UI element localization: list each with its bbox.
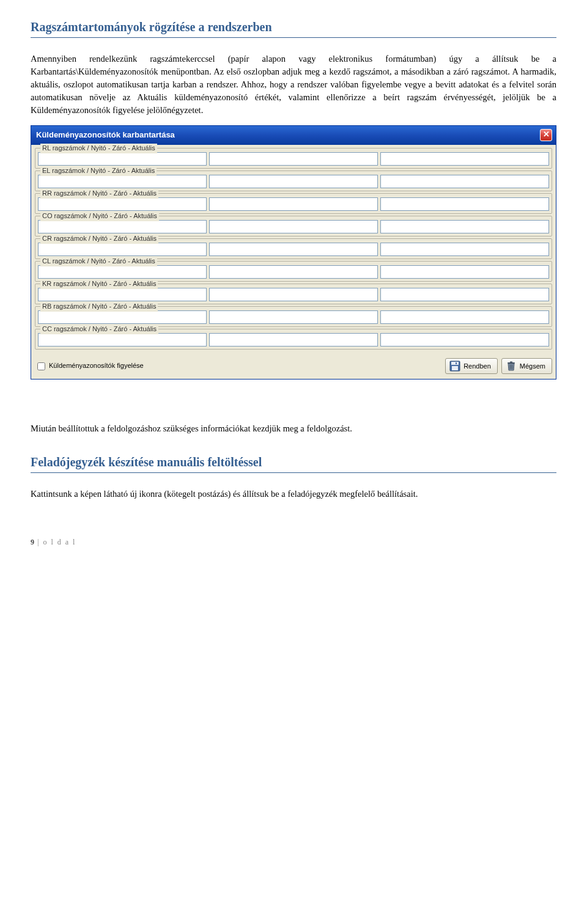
group-el: EL ragszámok / Nyitó - Záró - Aktuális xyxy=(35,170,552,191)
close-button[interactable]: ✕ xyxy=(540,129,552,141)
ok-button[interactable]: Rendben xyxy=(445,358,498,374)
group-cr: CR ragszámok / Nyitó - Záró - Aktuális xyxy=(35,238,552,259)
cancel-button-label: Mégsem xyxy=(520,362,545,370)
group-rr: RR ragszámok / Nyitó - Záró - Aktuális xyxy=(35,193,552,214)
group-rb: RB ragszámok / Nyitó - Záró - Aktuális xyxy=(35,306,552,327)
watch-ids-label: Küldeményazonosítók figyelése xyxy=(49,361,144,371)
group-label: KR ragszámok / Nyitó - Záró - Aktuális xyxy=(40,279,158,289)
cr-current-input[interactable] xyxy=(380,243,549,256)
group-cc: CC ragszámok / Nyitó - Záró - Aktuális xyxy=(35,329,552,350)
group-rl: RL ragszámok / Nyitó - Záró - Aktuális xyxy=(35,148,552,169)
kr-current-input[interactable] xyxy=(380,288,549,301)
paragraph-2: Miután beállítottuk a feldolgozáshoz szü… xyxy=(31,422,556,435)
cc-close-input[interactable] xyxy=(209,333,378,346)
rl-current-input[interactable] xyxy=(380,152,549,166)
group-label: CC ragszámok / Nyitó - Záró - Aktuális xyxy=(40,324,158,334)
kr-close-input[interactable] xyxy=(209,288,378,301)
cl-open-input[interactable] xyxy=(38,265,207,279)
dialog-titlebar: Küldeményazonosítók karbantartása ✕ xyxy=(31,126,556,145)
el-current-input[interactable] xyxy=(380,175,549,188)
group-kr: KR ragszámok / Nyitó - Záró - Aktuális xyxy=(35,284,552,304)
trash-icon xyxy=(506,361,517,372)
group-label: CO ragszámok / Nyitó - Záró - Aktuális xyxy=(40,211,159,221)
el-open-input[interactable] xyxy=(38,175,207,188)
page-footer-text: | o l d a l xyxy=(34,538,76,546)
cl-current-input[interactable] xyxy=(380,265,549,279)
cr-close-input[interactable] xyxy=(209,243,378,256)
paragraph-3: Kattintsunk a képen látható új ikonra (k… xyxy=(31,488,556,501)
group-label: CL ragszámok / Nyitó - Záró - Aktuális xyxy=(40,257,157,266)
rb-close-input[interactable] xyxy=(209,310,378,324)
svg-rect-3 xyxy=(456,362,457,364)
svg-rect-2 xyxy=(452,366,458,370)
dialog-footer: Küldeményazonosítók figyelése Rendben xyxy=(31,354,556,379)
cr-open-input[interactable] xyxy=(38,243,207,256)
group-cl: CL ragszámok / Nyitó - Záró - Aktuális xyxy=(35,261,552,282)
co-open-input[interactable] xyxy=(38,220,207,233)
group-label: RB ragszámok / Nyitó - Záró - Aktuális xyxy=(40,302,158,312)
paragraph-1: Amennyiben rendelkezünk ragszámtekerccse… xyxy=(31,53,556,117)
kr-open-input[interactable] xyxy=(38,288,207,301)
group-label: RL ragszámok / Nyitó - Záró - Aktuális xyxy=(40,144,157,153)
watch-ids-checkbox[interactable] xyxy=(37,362,45,370)
rr-open-input[interactable] xyxy=(38,197,207,211)
rb-current-input[interactable] xyxy=(380,310,549,324)
cc-open-input[interactable] xyxy=(38,333,207,346)
floppy-icon xyxy=(449,361,460,372)
close-icon: ✕ xyxy=(543,130,550,139)
rl-open-input[interactable] xyxy=(38,152,207,166)
group-label: EL ragszámok / Nyitó - Záró - Aktuális xyxy=(40,166,157,176)
rl-close-input[interactable] xyxy=(209,152,378,166)
rr-current-input[interactable] xyxy=(380,197,549,211)
co-current-input[interactable] xyxy=(380,220,549,233)
group-co: CO ragszámok / Nyitó - Záró - Aktuális xyxy=(35,216,552,237)
co-close-input[interactable] xyxy=(209,220,378,233)
cancel-button[interactable]: Mégsem xyxy=(501,358,552,374)
dialog-title: Küldeményazonosítók karbantartása xyxy=(36,130,175,141)
cc-current-input[interactable] xyxy=(380,333,549,346)
svg-rect-5 xyxy=(510,362,512,363)
section-heading-2: Feladójegyzék készítése manuális feltölt… xyxy=(31,453,556,473)
section-heading-1: Ragszámtartományok rögzítése a rendszerb… xyxy=(31,18,556,38)
el-close-input[interactable] xyxy=(209,175,378,188)
dialog-window: Küldeményazonosítók karbantartása ✕ RL r… xyxy=(31,125,556,380)
cl-close-input[interactable] xyxy=(209,265,378,279)
rb-open-input[interactable] xyxy=(38,310,207,324)
page-footer: 9 | o l d a l xyxy=(31,537,556,548)
rr-close-input[interactable] xyxy=(209,197,378,211)
dialog-body: RL ragszámok / Nyitó - Záró - Aktuális E… xyxy=(31,145,556,354)
svg-rect-1 xyxy=(451,362,459,365)
ok-button-label: Rendben xyxy=(463,362,491,370)
group-label: RR ragszámok / Nyitó - Záró - Aktuális xyxy=(40,189,158,199)
group-label: CR ragszámok / Nyitó - Záró - Aktuális xyxy=(40,234,158,244)
